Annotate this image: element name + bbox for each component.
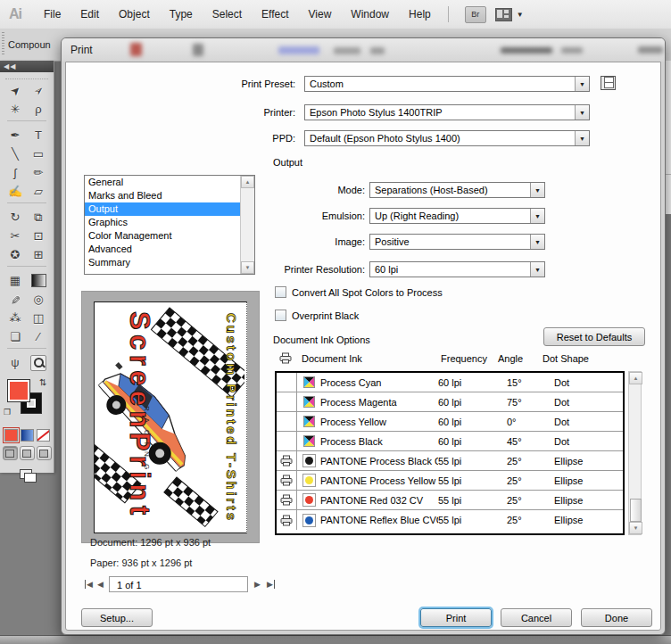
paintbrush-tool-icon[interactable]: ʃ bbox=[4, 163, 27, 182]
bridge-button[interactable]: Br bbox=[465, 6, 486, 23]
ink-row[interactable]: Process Magenta60 lpi75°Dot bbox=[277, 392, 623, 412]
rectangle-tool-icon[interactable]: ▭ bbox=[27, 144, 50, 163]
line-segment-tool-icon[interactable]: ╲ bbox=[4, 144, 27, 163]
magic-wand-tool-icon[interactable]: ✳ bbox=[4, 100, 27, 119]
overprint-black-checkbox[interactable] bbox=[275, 310, 286, 321]
menu-file[interactable]: File bbox=[34, 3, 70, 26]
reset-to-defaults-button[interactable]: Reset to Defaults bbox=[543, 327, 645, 346]
ink-print-toggle[interactable] bbox=[277, 510, 297, 530]
cancel-button[interactable]: Cancel bbox=[501, 608, 572, 627]
scale-tool-icon[interactable]: ⧉ bbox=[27, 208, 50, 227]
type-tool-icon[interactable]: T bbox=[27, 126, 50, 144]
image-select[interactable]: Positive ▼ bbox=[369, 234, 545, 250]
hand-tool-icon[interactable]: ψ bbox=[4, 353, 27, 372]
print-button[interactable]: Print bbox=[420, 608, 492, 627]
emulsion-select[interactable]: Up (Right Reading) ▼ bbox=[369, 208, 545, 224]
swap-fill-stroke-icon[interactable]: ⇄ bbox=[38, 378, 48, 385]
mesh-tool-icon[interactable]: ▦ bbox=[4, 271, 27, 290]
scrollbar-thumb[interactable] bbox=[630, 499, 642, 522]
menu-view[interactable]: View bbox=[299, 3, 342, 26]
ink-print-toggle[interactable] bbox=[277, 373, 297, 392]
tools-panel-collapse[interactable]: ◀◀ bbox=[0, 61, 54, 72]
save-preset-icon[interactable] bbox=[601, 76, 616, 90]
ink-angle: 25° bbox=[507, 515, 554, 525]
draw-mode-icon[interactable] bbox=[0, 466, 54, 485]
perspective-grid-tool-icon[interactable]: ⊞ bbox=[27, 245, 50, 264]
mode-select[interactable]: Separations (Host-Based) ▼ bbox=[369, 182, 545, 198]
free-transform-tool-icon[interactable]: ⊡ bbox=[27, 227, 50, 245]
fullscreen-mode-button[interactable] bbox=[37, 446, 52, 460]
ink-row[interactable]: PANTONE Red 032 CV55 lpi25°Ellipse bbox=[277, 491, 623, 510]
slice-tool-icon[interactable]: ∕ bbox=[27, 327, 50, 346]
pen-tool-icon[interactable]: ✒ bbox=[4, 126, 27, 144]
ink-row[interactable]: PANTONE Reflex Blue CVC55 lpi25°Ellipse bbox=[277, 510, 623, 530]
fullscreen-menu-mode-button[interactable] bbox=[20, 446, 35, 460]
scroll-up-icon[interactable]: ▲ bbox=[629, 372, 642, 384]
page-indicator-field[interactable]: 1 of 1 bbox=[109, 576, 248, 592]
eyedropper-tool-icon[interactable]: ✐ bbox=[4, 290, 27, 309]
ink-print-toggle[interactable] bbox=[277, 432, 297, 450]
printer-select[interactable]: Epson Photo Stylus 1400TRIP ▼ bbox=[304, 104, 590, 120]
shape-builder-tool-icon[interactable]: ✪ bbox=[4, 245, 27, 264]
direct-selection-tool-icon[interactable]: ➢ bbox=[27, 81, 50, 100]
scissors-tool-icon[interactable]: ✂ bbox=[4, 227, 27, 245]
previous-page-icon[interactable]: ◀ bbox=[97, 580, 104, 589]
ink-print-toggle[interactable] bbox=[277, 412, 297, 431]
symbol-sprayer-tool-icon[interactable]: ⁂ bbox=[4, 309, 27, 327]
menu-object[interactable]: Object bbox=[109, 3, 160, 26]
control-bar-label: Compoun bbox=[8, 39, 51, 50]
last-page-icon[interactable]: ▶ bbox=[267, 580, 275, 589]
dialog-title-bar[interactable]: Print bbox=[62, 38, 665, 62]
menu-help[interactable]: Help bbox=[399, 3, 441, 26]
resolution-select[interactable]: 60 lpi ▼ bbox=[369, 261, 545, 277]
ink-row[interactable]: PANTONE Process Yellow CV55 lpi25°Ellips… bbox=[277, 471, 623, 491]
next-page-icon[interactable]: ▶ bbox=[254, 580, 261, 589]
menu-edit[interactable]: Edit bbox=[70, 3, 109, 26]
ink-print-toggle[interactable] bbox=[277, 471, 297, 490]
selection-tool-icon[interactable]: ➤ bbox=[4, 81, 27, 100]
column-graph-tool-icon[interactable]: ◫ bbox=[27, 309, 50, 327]
ink-print-toggle[interactable] bbox=[277, 491, 297, 509]
menu-window[interactable]: Window bbox=[341, 3, 399, 26]
color-button[interactable] bbox=[4, 429, 18, 442]
menu-select[interactable]: Select bbox=[203, 3, 252, 26]
ink-dot-shape: Dot bbox=[554, 397, 623, 408]
panel-drag-handle[interactable] bbox=[2, 32, 4, 55]
blob-brush-tool-icon[interactable]: ✍ bbox=[4, 182, 27, 201]
default-fill-stroke-icon[interactable]: ❐ bbox=[4, 408, 11, 417]
convert-spot-colors-checkbox[interactable] bbox=[275, 286, 286, 298]
zoom-tool-icon[interactable] bbox=[27, 353, 50, 372]
ink-row[interactable]: Process Yellow60 lpi0°Dot bbox=[277, 412, 623, 432]
ink-print-toggle[interactable] bbox=[277, 392, 297, 411]
pencil-tool-icon[interactable]: ✏ bbox=[27, 163, 50, 182]
workspace-switcher-icon[interactable] bbox=[495, 8, 512, 21]
print-preview[interactable]: ScreenPrint R A C I N G Custom Printed T… bbox=[81, 291, 260, 543]
print-preset-select[interactable]: Custom ▼ bbox=[304, 76, 590, 92]
gradient-button[interactable] bbox=[21, 429, 34, 442]
done-button[interactable]: Done bbox=[581, 608, 652, 627]
ink-row[interactable]: PANTONE Process Black CV55 lpi25°Ellipse bbox=[277, 451, 623, 471]
eraser-tool-icon[interactable]: ▱ bbox=[27, 182, 50, 201]
blend-tool-icon[interactable]: ◎ bbox=[27, 290, 50, 309]
ink-name: Process Magenta bbox=[320, 397, 438, 408]
ink-row[interactable]: Process Black60 lpi45°Dot bbox=[277, 432, 623, 451]
menu-effect[interactable]: Effect bbox=[252, 3, 298, 26]
normal-screen-mode-button[interactable] bbox=[3, 446, 18, 460]
scroll-down-icon[interactable]: ▼ bbox=[629, 522, 642, 534]
menu-type[interactable]: Type bbox=[160, 3, 203, 26]
ppd-select[interactable]: Default (Epson Photo Stylus 1400) ▼ bbox=[304, 130, 590, 146]
artboard-tool-icon[interactable]: ❏ bbox=[4, 327, 27, 346]
ink-row[interactable]: Process Cyan60 lpi15°Dot bbox=[277, 373, 623, 392]
gradient-tool-icon[interactable] bbox=[27, 271, 50, 290]
first-page-icon[interactable]: ◀ bbox=[85, 580, 93, 589]
ink-print-toggle[interactable] bbox=[277, 451, 297, 470]
fill-swatch[interactable] bbox=[7, 379, 30, 402]
setup-button[interactable]: Setup... bbox=[81, 608, 153, 627]
none-button[interactable] bbox=[37, 429, 50, 442]
rotate-tool-icon[interactable]: ↻ bbox=[4, 208, 27, 227]
workspace-caret-icon[interactable]: ▼ bbox=[517, 11, 524, 19]
tools-panel-grip[interactable] bbox=[5, 72, 48, 79]
ink-table-scrollbar[interactable]: ▲ ▼ bbox=[628, 371, 642, 535]
lasso-tool-icon[interactable]: ρ bbox=[27, 100, 50, 119]
section-title: Output bbox=[273, 157, 302, 168]
